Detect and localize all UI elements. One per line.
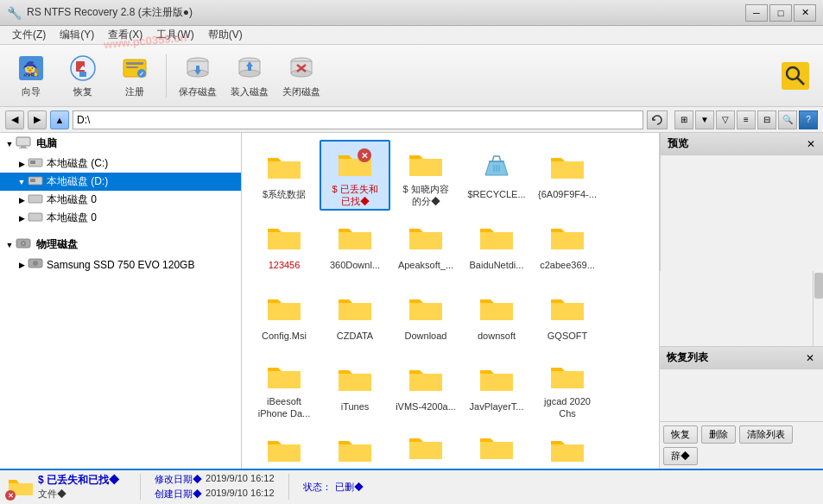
file-known-content[interactable]: $ 知晓内容的分◆ bbox=[390, 140, 461, 211]
file-label-mago1: MagoshareiCloud B... bbox=[402, 466, 449, 469]
recover-button[interactable]: 恢复 bbox=[59, 48, 107, 104]
file-ibeesoft[interactable]: iBeesoftiPhone Da... bbox=[249, 352, 320, 423]
close-button[interactable]: ✕ bbox=[794, 4, 816, 22]
search-toolbar-button[interactable] bbox=[775, 55, 816, 97]
samsung-icon bbox=[28, 257, 43, 272]
menu-help[interactable]: 帮助(V) bbox=[201, 26, 250, 44]
folder-icon-mago1 bbox=[408, 432, 444, 463]
menu-bar: 文件(Z) 编辑(Y) 查看(X) 工具(W) 帮助(V) bbox=[0, 26, 823, 45]
computer-section[interactable]: ▼ 电脑 bbox=[0, 133, 241, 154]
view-dropdown[interactable]: ▼ bbox=[695, 110, 714, 129]
file-download[interactable]: Download bbox=[390, 281, 461, 352]
physical-expand-arrow: ▼ bbox=[3, 239, 16, 251]
exit-button[interactable]: 辞◆ bbox=[663, 447, 698, 465]
minimize-button[interactable]: ─ bbox=[745, 4, 768, 22]
folder-icon-baidu bbox=[478, 219, 515, 255]
file-most[interactable]: mostool_c... bbox=[532, 423, 603, 469]
title-bar: 🔧 RS NTFS Recovery 2.8 (未注册版●) ─ □ ✕ bbox=[0, 0, 823, 26]
file-guid1[interactable]: {6A09F9F4-... bbox=[532, 140, 603, 211]
view-large-icon[interactable]: ⊞ bbox=[674, 110, 693, 129]
drive-d[interactable]: ▼ 本地磁盘 (D:) bbox=[0, 173, 241, 191]
file-c2a[interactable]: c2abee369... bbox=[532, 211, 603, 281]
maximize-button[interactable]: □ bbox=[769, 4, 792, 22]
menu-tools[interactable]: 工具(W) bbox=[149, 26, 200, 44]
folder-icon-download bbox=[408, 290, 444, 326]
filter-button[interactable]: ▽ bbox=[716, 110, 735, 129]
scrollbar-thumb bbox=[814, 273, 823, 299]
clear-list-button[interactable]: 清除列表 bbox=[739, 425, 793, 444]
folder-icon-guid1 bbox=[549, 148, 586, 185]
file-label-guid1: {6A09F9F4-... bbox=[538, 188, 597, 200]
file-czdata[interactable]: CZDATA bbox=[320, 281, 390, 352]
drive-0a-arrow: ▶ bbox=[16, 194, 28, 206]
file-ivms[interactable]: iVMS-4200a... bbox=[390, 352, 461, 423]
recover-content bbox=[660, 369, 823, 421]
file-lost-found[interactable]: ✕ $ 已丢失和已找◆ bbox=[320, 140, 390, 211]
delete-action-button[interactable]: 删除 bbox=[701, 425, 736, 444]
file-label-jgcad: jgcad 2020Chs bbox=[544, 395, 591, 420]
file-123456[interactable]: 123456 bbox=[249, 211, 320, 281]
left-panel: ▼ 电脑 ▶ 本地 bbox=[0, 133, 242, 469]
drive-c-label: 本地磁盘 (C:) bbox=[47, 156, 108, 171]
physical-label: 物理磁盘 bbox=[36, 237, 78, 252]
physical-section[interactable]: ▼ 物理磁盘 bbox=[0, 234, 241, 255]
samsung-ssd[interactable]: ▶ Samsung SSD 750 EVO 120GB bbox=[0, 255, 241, 274]
go-button[interactable] bbox=[647, 110, 668, 129]
svg-point-36 bbox=[33, 261, 38, 266]
file-sys-data[interactable]: $系统数据 bbox=[249, 140, 320, 211]
file-jav[interactable]: JavPlayerT... bbox=[461, 352, 532, 423]
file-kingdom[interactable]: KingDom bbox=[249, 423, 320, 469]
up-button[interactable]: ▲ bbox=[50, 110, 69, 129]
status-file-type: 文件◆ bbox=[38, 488, 119, 501]
wizard-button[interactable]: 🧙 向导 bbox=[7, 48, 55, 104]
drive-c-icon bbox=[28, 156, 43, 171]
app-icon: 🔧 bbox=[7, 6, 22, 20]
drive-0b[interactable]: ▶ 本地磁盘 0 bbox=[0, 209, 241, 227]
drive-0a[interactable]: ▶ 本地磁盘 0 bbox=[0, 191, 241, 209]
file-label-sys-data: $系统数据 bbox=[263, 188, 306, 200]
status-modified-value: 2019/9/10 16:12 bbox=[206, 473, 275, 486]
file-apeaksoft[interactable]: Apeaksoft_... bbox=[390, 211, 461, 281]
drive-d-arrow: ▼ bbox=[16, 176, 28, 188]
svg-rect-25 bbox=[19, 148, 28, 148]
drive-c-arrow: ▶ bbox=[16, 158, 28, 170]
file-gqsoft[interactable]: GQSOFT bbox=[532, 281, 603, 352]
file-baidu[interactable]: BaiduNetdi... bbox=[461, 211, 532, 281]
file-jgcad[interactable]: jgcad 2020Chs bbox=[532, 352, 603, 423]
status-state-label: 状态： bbox=[303, 481, 332, 494]
help-button[interactable]: ? bbox=[799, 110, 818, 129]
menu-edit[interactable]: 编辑(Y) bbox=[53, 26, 101, 44]
file-log[interactable]: LogBaoCa... bbox=[320, 423, 390, 469]
view-details[interactable]: ⊟ bbox=[757, 110, 776, 129]
preview-close-button[interactable]: ✕ bbox=[805, 138, 817, 150]
view-list[interactable]: ≡ bbox=[737, 110, 756, 129]
file-config[interactable]: Config.Msi bbox=[249, 281, 320, 352]
file-label-123456: 123456 bbox=[269, 259, 301, 271]
save-disk-button[interactable]: 保存磁盘 bbox=[174, 48, 222, 104]
vertical-scrollbar[interactable] bbox=[813, 271, 823, 346]
right-sidebar: 预览 ✕ 恢复列表 ✕ bbox=[659, 133, 823, 469]
drive-c[interactable]: ▶ 本地磁盘 (C:) bbox=[0, 154, 241, 173]
load-disk-button[interactable]: 装入磁盘 bbox=[225, 48, 274, 104]
recover-action-button[interactable]: 恢复 bbox=[663, 425, 698, 444]
file-label-apeaksoft: Apeaksoft_... bbox=[398, 259, 453, 271]
close-disk-button[interactable]: 关闭磁盘 bbox=[277, 48, 326, 104]
file-360[interactable]: 360Downl... bbox=[320, 211, 390, 281]
forward-button[interactable]: ▶ bbox=[28, 110, 47, 129]
register-button[interactable]: ✓ 注册 bbox=[111, 48, 159, 104]
file-mago2[interactable]: MagoshareTemp Ba... bbox=[461, 423, 532, 469]
preview-title: 预览 bbox=[668, 136, 688, 151]
search-button[interactable]: 🔍 bbox=[778, 110, 797, 129]
file-mago1[interactable]: MagoshareiCloud B... bbox=[390, 423, 461, 469]
recover-close-button[interactable]: ✕ bbox=[804, 352, 816, 364]
file-downsoft[interactable]: downsoft bbox=[461, 281, 532, 352]
menu-view[interactable]: 查看(X) bbox=[101, 26, 149, 44]
status-folder-icon: ✕ bbox=[7, 475, 35, 499]
file-itunes[interactable]: iTunes bbox=[320, 352, 390, 423]
address-input[interactable] bbox=[73, 110, 643, 129]
file-label-ibeesoft: iBeesoftiPhone Da... bbox=[258, 395, 311, 420]
file-recycle[interactable]: $RECYCLE... bbox=[461, 140, 532, 211]
menu-file[interactable]: 文件(Z) bbox=[5, 26, 53, 44]
folder-icon-sys-data bbox=[266, 148, 302, 185]
back-button[interactable]: ◀ bbox=[5, 110, 24, 129]
